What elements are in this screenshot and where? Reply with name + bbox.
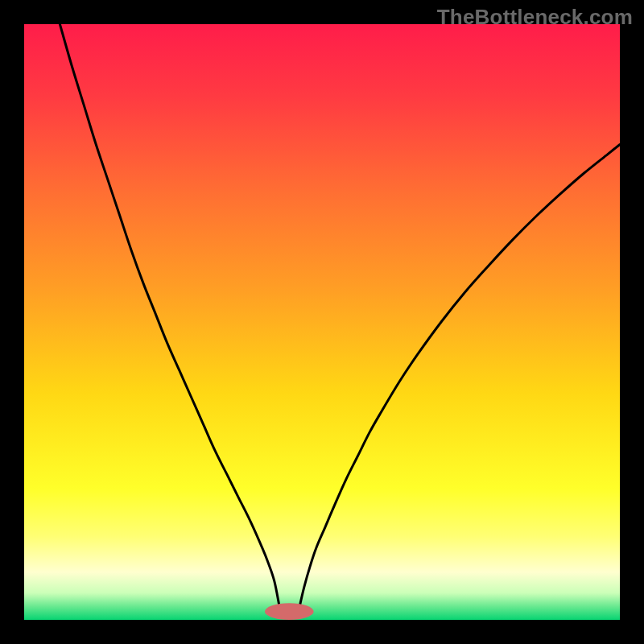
- watermark-text: TheBottleneck.com: [437, 5, 633, 30]
- optimal-point-marker: [265, 603, 314, 620]
- chart-svg: [24, 24, 620, 620]
- outer-frame: TheBottleneck.com: [0, 0, 644, 644]
- gradient-background: [24, 24, 620, 620]
- plot-area: [24, 24, 620, 620]
